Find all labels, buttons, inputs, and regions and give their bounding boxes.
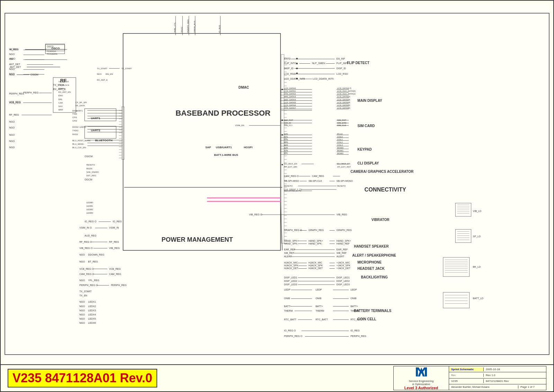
svg-text:RF_REG O: RF_REG O xyxy=(79,241,92,243)
svg-text:LCD_DATA4: LCD_DATA4 xyxy=(284,99,296,101)
svg-text:NGO: NGO xyxy=(9,146,15,149)
svg-text:CLI_MUX_EN: CLI_MUX_EN xyxy=(284,163,297,165)
svg-text:DATA: DATA xyxy=(52,53,57,55)
page-cell: Page 1 of 7 xyxy=(518,385,546,389)
svg-text:LCD_OLK_DATA[0]: LCD_OLK_DATA[0] xyxy=(337,90,356,92)
svg-text:RF_REG: RF_REG xyxy=(109,241,119,243)
svg-text:RTC_BATT: RTC_BATT xyxy=(350,318,363,321)
svg-text:GRAPH_REG: GRAPH_REG xyxy=(309,229,324,232)
svg-text:LEDX2: LEDX2 xyxy=(88,305,96,308)
svg-text:ALERT: ALERT xyxy=(284,255,292,258)
svg-text:RXD2: RXD2 xyxy=(72,133,78,135)
svg-text:GRAPH_REG: GRAPH_REG xyxy=(337,229,352,232)
author-row: Alexander Buehler, Michael Evaans Page 1… xyxy=(449,384,546,390)
svg-text:KP2: KP2 xyxy=(284,139,288,141)
svg-text:DISP_ID: DISP_ID xyxy=(337,67,346,70)
rev-row: Rev Rev 1.0 xyxy=(449,372,546,378)
svg-text:BATT+: BATT+ xyxy=(284,305,292,308)
svg-text:BLUETOOTH: BLUETOOTH xyxy=(95,139,113,142)
svg-text:TX_KLOCK: TX_KLOCK xyxy=(59,84,70,86)
svg-text:OGCM: OGCM xyxy=(84,178,92,181)
svg-point-330 xyxy=(282,119,283,121)
svg-text:KP3: KP3 xyxy=(284,141,288,143)
svg-text:PERIPH_REG O: PERIPH_REG O xyxy=(284,335,302,338)
svg-text:VIB_REG: VIB_REG xyxy=(337,213,347,216)
svg-text:BLU_CLK_EN-: BLU_CLK_EN- xyxy=(72,146,87,149)
svg-text:VSIM_IN: VSIM_IN xyxy=(109,226,119,229)
svg-text:POWER MANAGEMENT: POWER MANAGEMENT xyxy=(162,236,233,243)
model-row: V235 84712128A01 Rev xyxy=(449,378,546,384)
svg-text:LEDB3: LEDB3 xyxy=(86,212,93,214)
svg-text:NGO: NGO xyxy=(9,73,15,75)
svg-text:FLIP_INFO: FLIP_INFO xyxy=(337,62,349,65)
svg-text:MAIN DISPLAY: MAIN DISPLAY xyxy=(357,99,382,103)
svg-text:LCD_DATA0: LCD_DATA0 xyxy=(284,87,296,89)
svg-text:BAI_EN: BAI_EN xyxy=(106,73,113,75)
svg-text:DDOWN_REG: DDOWN_REG xyxy=(88,253,104,256)
svg-text:PERIPH_REG: PERIPH_REG xyxy=(350,335,366,338)
svg-text:LCD_DATA[5]: LCD_DATA[5] xyxy=(337,104,350,106)
svg-text:RTC_BATT: RTC_BATT xyxy=(284,318,297,321)
svg-text:LCD_OLK_DATA[1]: LCD_OLK_DATA[1] xyxy=(337,93,356,95)
svg-text:PERPH_REG: PERPH_REG xyxy=(9,92,24,95)
svg-text:VIB_REG: VIB_REG xyxy=(109,247,120,250)
svg-text:TX_START: TX_START xyxy=(59,81,69,83)
svg-text:UART2: UART2 xyxy=(79,126,86,128)
svg-text:THERM: THERM xyxy=(315,310,324,312)
svg-text:CPI2: CPI2 xyxy=(72,120,77,122)
svg-text:SIM CARD: SIM CARD xyxy=(357,124,375,128)
svg-text:TX_START: TX_START xyxy=(97,68,108,70)
svg-point-331 xyxy=(282,134,283,136)
svg-text:IO_REG: IO_REG xyxy=(113,220,122,223)
svg-rect-326 xyxy=(296,68,298,69)
svg-text:COL0: COL0 xyxy=(337,136,343,138)
svg-text:LCD_DATA[6]: LCD_DATA[6] xyxy=(337,107,350,109)
svg-text:HANDSET SPEAKER: HANDSET SPEAKER xyxy=(354,244,389,248)
svg-text:DISP_LED2: DISP_LED2 xyxy=(337,280,350,283)
svg-text:SB-SPI-CLK: SB-SPI-CLK xyxy=(309,180,322,182)
rev-label: Rev xyxy=(449,374,484,377)
svg-text:HJACK_DET: HJACK_DET xyxy=(284,267,298,270)
svg-text:TXDI2: TXDI2 xyxy=(72,130,79,132)
svg-text:ROW1: ROW1 xyxy=(337,150,344,152)
svg-text:LEDX1: LEDX1 xyxy=(88,301,96,303)
svg-text:ENO: ENO xyxy=(59,95,63,97)
svg-text:KEYPAD: KEYPAD xyxy=(357,148,372,151)
svg-text:W_REG: W_REG xyxy=(9,48,18,51)
svg-text:LCD_DATA[17]: LCD_DATA[17] xyxy=(337,87,351,89)
svg-text:DMAC: DMAC xyxy=(239,86,249,89)
date-cell: 2005-10-18 xyxy=(484,367,511,371)
svg-text:EA_INF: EA_INF xyxy=(337,57,345,60)
svg-text:ATI_EXT_RST: ATI_EXT_RST xyxy=(337,166,351,168)
svg-text:NGO: NGO xyxy=(9,140,15,142)
svg-text:VCB_REG O: VCB_REG O xyxy=(79,268,94,270)
svg-text:TXDI: TXDI xyxy=(72,113,77,115)
svg-text:LEDX5: LEDX5 xyxy=(88,318,96,320)
filename-cell: 84712128A01 Rev xyxy=(484,379,511,383)
footer-right: Service Engineering & Optimization Level… xyxy=(393,366,546,390)
svg-text:PERPH_REG: PERPH_REG xyxy=(24,91,39,94)
svg-text:BATT_LD: BATT_LD xyxy=(473,297,483,300)
svg-text:TX_START: TX_START xyxy=(121,68,132,70)
svg-text:KP4: KP4 xyxy=(284,144,288,146)
svg-text:ONIB: ONIB xyxy=(284,297,290,300)
svg-text:VIB_REG O: VIB_REG O xyxy=(79,247,93,250)
svg-text:CLK: CLK xyxy=(52,50,56,52)
level3-authorized: Level 3 Authorized xyxy=(404,386,438,390)
svg-text:SAK_SNARC: SAK_SNARC xyxy=(86,171,99,173)
svg-text:+JACK_SPK: +JACK_SPK xyxy=(337,264,351,267)
svg-text:CONNECTIVITY: CONNECTIVITY xyxy=(365,186,406,193)
svg-text:HOSPI: HOSPI xyxy=(244,146,252,149)
svg-text:IO_REG O: IO_REG O xyxy=(284,329,296,332)
svg-text:COL3: COL3 xyxy=(337,144,343,146)
svg-text:SB-SPI-MOSO: SB-SPI-MOSO xyxy=(337,180,353,182)
svg-text:VIBRATOR: VIBRATOR xyxy=(372,218,390,222)
svg-text:NGO: NGO xyxy=(79,313,85,316)
svg-text:RESETO: RESETO xyxy=(86,164,95,166)
svg-text:DISP_LED3: DISP_LED3 xyxy=(284,283,297,286)
svg-text:BT_REG: BT_REG xyxy=(88,260,98,263)
svg-text:SP_LD: SP_LD xyxy=(473,235,481,238)
svg-text:AUD_REG: AUD_REG xyxy=(84,234,96,237)
svg-text:NGO: NGO xyxy=(9,134,15,136)
svg-text:HAND_SPK+: HAND_SPK+ xyxy=(337,240,351,242)
